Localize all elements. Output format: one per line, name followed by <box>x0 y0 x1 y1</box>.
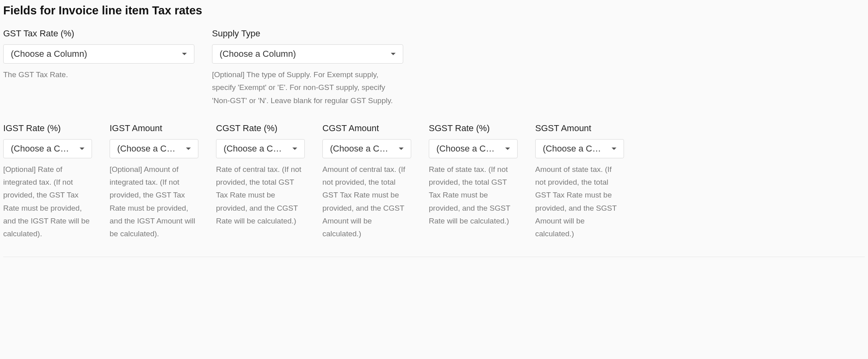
field-help: Rate of state tax. (If not provided, the… <box>429 163 518 227</box>
select-placeholder: (Choose a C… <box>117 144 176 154</box>
igst-amount-select[interactable]: (Choose a C… <box>110 139 198 158</box>
select-placeholder: (Choose a C… <box>436 144 495 154</box>
chevron-down-icon <box>391 53 396 55</box>
sgst-rate-select[interactable]: (Choose a C… <box>429 139 518 158</box>
field-help: [Optional] Rate of integrated tax. (If n… <box>3 163 92 241</box>
chevron-down-icon <box>612 148 616 150</box>
gst-tax-rate-select[interactable]: (Choose a Column) <box>3 44 194 64</box>
field-help: Rate of central tax. (If not provided, t… <box>216 163 305 227</box>
field-cgst-rate: CGST Rate (%) (Choose a C… Rate of centr… <box>216 123 305 241</box>
chevron-down-icon <box>505 148 510 150</box>
chevron-down-icon <box>292 148 297 150</box>
field-help: The GST Tax Rate. <box>3 68 194 81</box>
chevron-down-icon <box>80 148 84 150</box>
field-gst-tax-rate: GST Tax Rate (%) (Choose a Column) The G… <box>3 28 194 107</box>
select-placeholder: (Choose a C… <box>11 144 69 154</box>
select-placeholder: (Choose a C… <box>330 144 388 154</box>
field-igst-amount: IGST Amount (Choose a C… [Optional] Amou… <box>110 123 198 241</box>
chevron-down-icon <box>399 148 404 150</box>
select-placeholder: (Choose a Column) <box>11 49 87 59</box>
fields-row-2: IGST Rate (%) (Choose a C… [Optional] Ra… <box>3 123 865 241</box>
supply-type-select[interactable]: (Choose a Column) <box>212 44 403 64</box>
field-cgst-amount: CGST Amount (Choose a C… Amount of centr… <box>322 123 411 241</box>
field-label: GST Tax Rate (%) <box>3 28 194 39</box>
field-help: [Optional] Amount of integrated tax. (If… <box>110 163 198 241</box>
fields-row-1: GST Tax Rate (%) (Choose a Column) The G… <box>3 28 865 107</box>
field-sgst-rate: SGST Rate (%) (Choose a C… Rate of state… <box>429 123 518 241</box>
field-help: [Optional] The type of Supply. For Exemp… <box>212 68 403 107</box>
field-help: Amount of state tax. (If not provided, t… <box>535 163 624 241</box>
select-placeholder: (Choose a C… <box>543 144 601 154</box>
cgst-amount-select[interactable]: (Choose a C… <box>322 139 411 158</box>
chevron-down-icon <box>186 148 191 150</box>
igst-rate-select[interactable]: (Choose a C… <box>3 139 92 158</box>
field-sgst-amount: SGST Amount (Choose a C… Amount of state… <box>535 123 624 241</box>
field-label: IGST Amount <box>110 123 198 134</box>
chevron-down-icon <box>182 53 187 55</box>
select-placeholder: (Choose a C… <box>224 144 282 154</box>
field-igst-rate: IGST Rate (%) (Choose a C… [Optional] Ra… <box>3 123 92 241</box>
field-label: CGST Amount <box>322 123 411 134</box>
field-label: SGST Amount <box>535 123 624 134</box>
select-placeholder: (Choose a Column) <box>220 49 296 59</box>
field-label: SGST Rate (%) <box>429 123 518 134</box>
field-supply-type: Supply Type (Choose a Column) [Optional]… <box>212 28 403 107</box>
field-label: Supply Type <box>212 28 403 39</box>
field-help: Amount of central tax. (If not provided,… <box>322 163 411 241</box>
sgst-amount-select[interactable]: (Choose a C… <box>535 139 624 158</box>
divider <box>3 257 865 257</box>
section-title: Fields for Invoice line item Tax rates <box>3 4 865 17</box>
field-label: CGST Rate (%) <box>216 123 305 134</box>
field-label: IGST Rate (%) <box>3 123 92 134</box>
cgst-rate-select[interactable]: (Choose a C… <box>216 139 305 158</box>
